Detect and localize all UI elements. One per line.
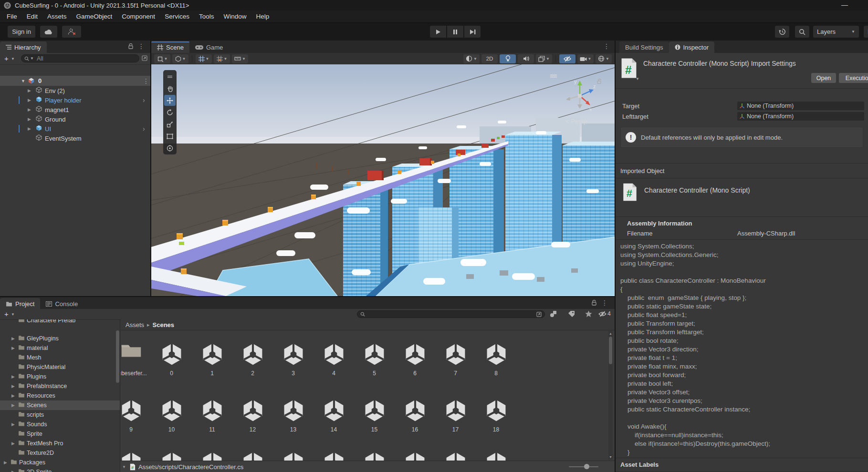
tab-inspector[interactable]: Inspector bbox=[669, 41, 714, 53]
grid-scrollbar[interactable]: ▲ ▼ bbox=[608, 331, 613, 460]
scene-stack-toggle[interactable]: ▼ bbox=[536, 54, 552, 63]
create-button[interactable]: + bbox=[4, 310, 9, 318]
asset-12[interactable]: 12 bbox=[232, 399, 273, 433]
hierarchy-item-player-holder[interactable]: ▶Player holder› bbox=[0, 95, 150, 105]
gizmo-tool-button[interactable] bbox=[164, 143, 176, 154]
collab-button[interactable]: ✕ bbox=[62, 26, 81, 38]
foldout-icon[interactable]: ▶ bbox=[11, 374, 15, 379]
field-value-lefttarget[interactable]: None (Transform) bbox=[737, 112, 864, 121]
asset-cubeserfer-[interactable]: cubeserfer... bbox=[121, 342, 151, 377]
folder-textmesh-pro[interactable]: ▶TextMesh Pro bbox=[0, 439, 120, 448]
menu-window[interactable]: Window bbox=[219, 10, 251, 22]
asset-11[interactable]: 11 bbox=[192, 399, 232, 433]
lock-icon[interactable] bbox=[128, 43, 133, 49]
step-button[interactable] bbox=[464, 26, 481, 38]
foldout-icon[interactable]: ▶ bbox=[11, 422, 15, 427]
hierarchy-item-ui[interactable]: ▶UI› bbox=[0, 124, 150, 133]
folder-scenes[interactable]: ▶Scenes bbox=[0, 400, 120, 410]
search-button[interactable] bbox=[795, 26, 809, 38]
foldout-icon[interactable]: ▶ bbox=[11, 346, 15, 350]
breadcrumb-scenes[interactable]: Scenes bbox=[153, 321, 175, 328]
folder-physicmaterial[interactable]: PhysicMaterial bbox=[0, 362, 120, 372]
asset-partial[interactable] bbox=[232, 451, 273, 461]
scene-eye-slash-toggle[interactable] bbox=[559, 54, 575, 63]
asset-partial[interactable] bbox=[151, 451, 192, 461]
search-by-label-icon[interactable] bbox=[568, 310, 575, 318]
folder-prefabinstance[interactable]: ▶PrefabInstance bbox=[0, 381, 120, 391]
asset-1[interactable]: 1 bbox=[192, 342, 232, 377]
scene-snap-grid-orange[interactable]: ▼ bbox=[214, 54, 230, 63]
hierarchy-search[interactable]: ▼ bbox=[21, 54, 139, 62]
statusbar-collapse-icon[interactable]: ▼ bbox=[122, 465, 126, 469]
scene-camera-toggle[interactable]: ▼ bbox=[577, 54, 594, 63]
asset-partial[interactable] bbox=[314, 451, 354, 461]
foldout-icon[interactable]: ▶ bbox=[4, 460, 7, 465]
foldout-icon[interactable]: ▶ bbox=[28, 98, 31, 103]
scene-tool-hexgrid[interactable]: ▼ bbox=[172, 54, 188, 63]
foldout-open-icon[interactable]: ▼ bbox=[21, 79, 25, 83]
foldout-icon[interactable]: ▶ bbox=[28, 88, 31, 93]
hierarchy-item-magnet1[interactable]: ▶magnet1 bbox=[0, 105, 150, 114]
execution-order-button[interactable]: Execution Order bbox=[839, 73, 868, 83]
create-button[interactable]: + bbox=[4, 54, 9, 62]
breadcrumb-assets[interactable]: Assets bbox=[125, 321, 144, 328]
grip-tool-button[interactable] bbox=[164, 71, 176, 82]
asset-16[interactable]: 16 bbox=[395, 399, 435, 433]
foldout-icon[interactable]: ▶ bbox=[11, 393, 15, 398]
scene-tool-crop[interactable]: ▼ bbox=[154, 54, 170, 63]
tree-scrollbar[interactable] bbox=[115, 326, 120, 450]
layers-dropdown[interactable]: Layers▼ bbox=[813, 26, 859, 38]
asset-partial[interactable] bbox=[435, 451, 476, 461]
create-dropdown-icon[interactable]: ▼ bbox=[11, 312, 15, 317]
scene-sphere-toggle[interactable]: ▼ bbox=[463, 54, 480, 63]
project-search-input[interactable] bbox=[365, 310, 536, 318]
prefab-chevron-icon[interactable]: › bbox=[143, 96, 145, 104]
asset-17[interactable]: 17 bbox=[435, 399, 476, 433]
scene-speaker-toggle[interactable] bbox=[518, 54, 534, 63]
perspective-label[interactable]: < Persp bbox=[565, 118, 587, 125]
menu-tools[interactable]: Tools bbox=[194, 10, 219, 22]
layout-dropdown[interactable]: Layout▼ bbox=[864, 26, 868, 38]
foldout-icon[interactable]: ▶ bbox=[28, 107, 31, 112]
folder-charactere-prefab[interactable]: Charactere Prefab bbox=[0, 319, 120, 325]
asset-5[interactable]: 5 bbox=[354, 342, 395, 377]
asset-10[interactable]: 10 bbox=[151, 399, 192, 433]
scene-viewport[interactable]: y z x < Persp bbox=[151, 64, 615, 296]
open-button[interactable]: Open bbox=[811, 73, 836, 83]
panel-menu-icon[interactable]: ⋮ bbox=[138, 43, 145, 50]
pause-button[interactable] bbox=[447, 26, 463, 38]
folder-texture2d[interactable]: Texture2D bbox=[0, 448, 120, 458]
asset-18[interactable]: 18 bbox=[476, 399, 516, 433]
folder-material[interactable]: ▶material bbox=[0, 343, 120, 353]
scale-tool-button[interactable] bbox=[164, 119, 176, 130]
foldout-icon[interactable]: ▶ bbox=[11, 384, 15, 389]
asset-14[interactable]: 14 bbox=[314, 399, 354, 433]
asset-partial[interactable] bbox=[121, 451, 151, 461]
gizmo-lock-icon[interactable] bbox=[597, 78, 602, 86]
asset-6[interactable]: 6 bbox=[395, 342, 435, 377]
undo-history-button[interactable] bbox=[775, 26, 789, 38]
folder-packages[interactable]: ▶Packages bbox=[0, 458, 120, 467]
tab-console[interactable]: Console bbox=[40, 298, 84, 309]
rotate-tool-button[interactable] bbox=[164, 107, 176, 118]
save-search-star-icon[interactable] bbox=[585, 310, 592, 318]
overlay-handle-icon[interactable] bbox=[550, 71, 557, 80]
menu-help[interactable]: Help bbox=[251, 10, 274, 22]
move-tool-button[interactable] bbox=[164, 95, 176, 106]
panel-menu-icon[interactable]: ⋮ bbox=[601, 299, 608, 306]
menu-component[interactable]: Component bbox=[117, 10, 160, 22]
asset-grid[interactable]: Assets ▸ Scenes cubeserfer... 0 1 2 3 4 … bbox=[121, 319, 615, 461]
search-filter-dropdown-icon[interactable]: ▼ bbox=[30, 56, 34, 61]
folder-plugins[interactable]: ▶Plugins bbox=[0, 372, 120, 381]
asset-partial[interactable] bbox=[476, 451, 516, 461]
field-value-target[interactable]: None (Transform) bbox=[737, 102, 864, 110]
asset-partial[interactable] bbox=[354, 451, 395, 461]
folder-sprite[interactable]: Sprite bbox=[0, 429, 120, 439]
asset-13[interactable]: 13 bbox=[273, 399, 314, 433]
asset-partial[interactable] bbox=[395, 451, 435, 461]
scene-globe-toggle[interactable]: ▼ bbox=[596, 54, 612, 63]
scene-menu-icon[interactable]: ⋮ bbox=[143, 78, 149, 84]
asset-8[interactable]: 8 bbox=[476, 342, 516, 377]
panel-menu-icon[interactable]: ⋮ bbox=[603, 43, 610, 50]
sign-in-button[interactable]: Sign in bbox=[8, 26, 35, 38]
